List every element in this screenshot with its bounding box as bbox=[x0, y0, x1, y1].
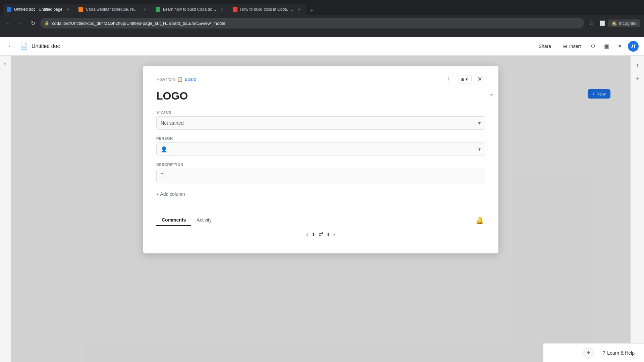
sidebar-toggle: » bbox=[0, 56, 11, 362]
tab-title-4: How to build docs in Coda, cre... bbox=[240, 7, 294, 12]
tab-learn-coda[interactable]: Learn how to build Coda docs... ✕ bbox=[152, 4, 229, 15]
view-icon: ⊞ bbox=[461, 77, 464, 82]
modal-title[interactable]: LOGO bbox=[156, 90, 485, 102]
status-field-section: STATUS Not started ▾ bbox=[156, 110, 485, 130]
tab-favicon-1 bbox=[7, 7, 11, 12]
tab-close-1[interactable]: ✕ bbox=[65, 7, 70, 12]
row-from-label: Row from 📋 Board bbox=[156, 76, 443, 82]
close-modal-button[interactable]: ✕ bbox=[474, 74, 485, 84]
learn-help-button[interactable]: ? Learn & Help bbox=[598, 348, 639, 358]
tab-favicon-4 bbox=[233, 7, 237, 12]
split-screen-button[interactable]: ⬜ bbox=[597, 18, 607, 28]
bookmark-button[interactable]: ☆ bbox=[587, 18, 596, 28]
app-back-button[interactable]: ← bbox=[5, 41, 16, 52]
address-bar[interactable]: 🔒 coda.io/d/Untitled-doc_dk4MaGh2h6p/Unt… bbox=[40, 18, 584, 28]
forward-button[interactable]: → bbox=[16, 18, 25, 28]
layout-button[interactable]: ▣ bbox=[601, 41, 612, 52]
page-separator: of bbox=[319, 232, 323, 237]
description-input[interactable]: T bbox=[156, 169, 485, 183]
help-icon: ? bbox=[602, 350, 605, 356]
next-page-button[interactable]: › bbox=[333, 231, 335, 237]
tab-untitled-doc[interactable]: Untitled doc · Untitled page ✕ bbox=[3, 4, 74, 15]
grid-icon: ⊞ bbox=[563, 44, 567, 49]
person-field-section: PERSON 👤 ▾ bbox=[156, 136, 485, 156]
add-column-button[interactable]: + Add column bbox=[156, 190, 485, 198]
row-from-text: Row from bbox=[156, 77, 175, 82]
comments-tab[interactable]: Comments bbox=[156, 215, 191, 226]
row-modal: Row from 📋 Board ⋮ ⊞ ▾ ✕ bbox=[143, 66, 498, 253]
tab-webinar[interactable]: Coda webinar schedule, regist... ✕ bbox=[74, 4, 152, 15]
page-current: 1 bbox=[312, 232, 315, 237]
tab-favicon-2 bbox=[78, 7, 83, 12]
doc-title: Untitled doc bbox=[32, 43, 60, 49]
url-text: coda.io/d/Untitled-doc_dk4MaGh2h6p/Untit… bbox=[52, 21, 580, 26]
app-toolbar: ← 📄 Untitled doc Share ⊞ Insert ⚙ ▣ ▾ JT bbox=[0, 37, 644, 56]
status-value: Not started bbox=[161, 120, 478, 126]
status-input[interactable]: Not started ▾ bbox=[156, 116, 485, 130]
incognito-badge: 🕵 Incognito bbox=[608, 19, 640, 27]
board-icon: 📋 bbox=[177, 76, 183, 82]
help-label: Learn & Help bbox=[607, 350, 635, 356]
description-label: DESCRIPTION bbox=[156, 163, 485, 167]
chevron-down-button[interactable]: ▾ bbox=[614, 41, 625, 52]
person-input[interactable]: 👤 ▾ bbox=[156, 142, 485, 156]
board-link[interactable]: Board bbox=[185, 77, 197, 82]
person-label: PERSON bbox=[156, 136, 485, 140]
insert-button[interactable]: ⊞ Insert bbox=[559, 42, 585, 51]
modal-overlay: Row from 📋 Board ⋮ ⊞ ▾ ✕ bbox=[11, 56, 631, 362]
incognito-icon: 🕵 bbox=[611, 21, 617, 26]
sidebar-toggle-button[interactable]: » bbox=[1, 60, 9, 68]
expand-icon[interactable]: ↗ bbox=[489, 93, 493, 98]
status-chevron-icon: ▾ bbox=[478, 120, 481, 126]
reload-button[interactable]: ↻ bbox=[28, 18, 38, 28]
tab-how-to-build[interactable]: How to build docs in Coda, cre... ✕ bbox=[229, 4, 306, 15]
text-icon: T bbox=[161, 172, 164, 178]
modal-header: Row from 📋 Board ⋮ ⊞ ▾ ✕ bbox=[156, 74, 485, 84]
tab-favicon-3 bbox=[156, 7, 160, 12]
person-chevron-icon: ▾ bbox=[478, 146, 481, 152]
share-button[interactable]: Share bbox=[533, 42, 556, 51]
right-panel: ⟩ + bbox=[631, 56, 644, 362]
view-button[interactable]: ⊞ ▾ bbox=[457, 75, 472, 83]
tab-close-4[interactable]: ✕ bbox=[297, 7, 302, 12]
pagination: ‹ 1 of 4 › bbox=[156, 226, 485, 240]
sparkle-button[interactable]: ✦ bbox=[582, 347, 594, 359]
right-panel-expand-button[interactable]: ⟩ bbox=[632, 60, 643, 70]
notification-button[interactable]: 🔔 bbox=[474, 215, 485, 226]
activity-tab[interactable]: Activity bbox=[191, 215, 217, 226]
view-chevron-icon: ▾ bbox=[466, 77, 468, 82]
page-content: + New Row from 📋 Board ⋮ bbox=[11, 56, 631, 362]
settings-button[interactable]: ⚙ bbox=[588, 41, 598, 52]
tab-title-3: Learn how to build Coda docs... bbox=[163, 7, 217, 12]
prev-page-button[interactable]: ‹ bbox=[306, 231, 308, 237]
bottom-bar: ✦ ? Learn & Help bbox=[543, 343, 644, 362]
tab-close-3[interactable]: ✕ bbox=[219, 7, 225, 12]
page-total: 4 bbox=[327, 232, 329, 237]
person-icon: 👤 bbox=[161, 146, 167, 153]
tab-title-1: Untitled doc · Untitled page bbox=[14, 7, 62, 12]
more-options-button[interactable]: ⋮ bbox=[443, 74, 454, 84]
lock-icon: 🔒 bbox=[44, 21, 49, 25]
description-field-section: DESCRIPTION T bbox=[156, 163, 485, 183]
tab-close-2[interactable]: ✕ bbox=[142, 7, 148, 12]
status-label: STATUS bbox=[156, 110, 485, 114]
doc-icon: 📄 bbox=[20, 43, 28, 50]
avatar[interactable]: JT bbox=[628, 41, 639, 52]
back-button[interactable]: ← bbox=[4, 18, 13, 28]
modal-tabs: Comments Activity bbox=[156, 215, 217, 226]
incognito-label: Incognito bbox=[619, 21, 637, 26]
modal-footer: Comments Activity 🔔 bbox=[156, 209, 485, 226]
add-row-button[interactable]: + bbox=[632, 73, 643, 84]
new-tab-button[interactable]: + bbox=[307, 6, 317, 15]
tab-title-2: Coda webinar schedule, regist... bbox=[86, 7, 140, 12]
